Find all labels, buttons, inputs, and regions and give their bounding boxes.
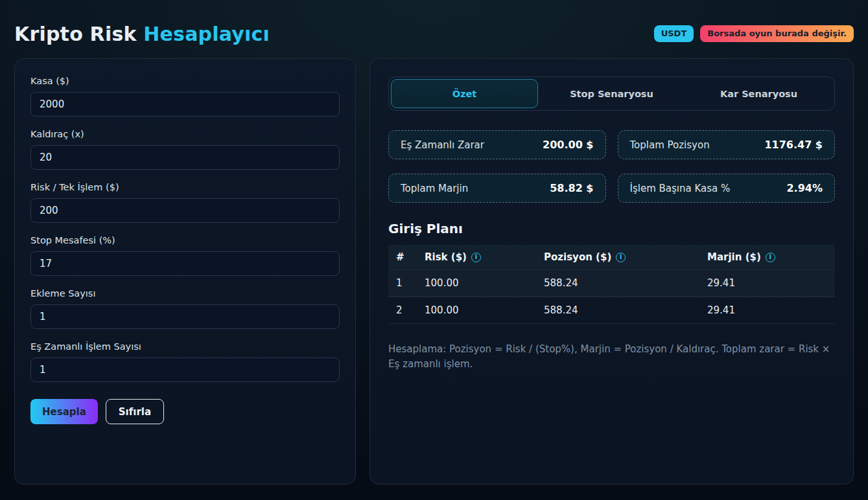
info-icon[interactable]: i [471,253,481,262]
crypto-risk-calculator-app: Kripto Risk Hesaplayıcı USDT Borsada oyu… [0,0,868,500]
info-icon[interactable]: i [766,253,775,262]
main-layout: Kasa ($) Kaldıraç (x) Risk / Tek İşlem (… [0,52,868,484]
stat-es-zamanli-zarar: Eş Zamanlı Zarar 200.00 $ [388,130,606,159]
column-header-risk: Risk ($) i [417,245,536,269]
kasa-input[interactable] [30,92,340,117]
es-zamanli-islem-label: Eş Zamanlı İşlem Sayısı [30,341,340,352]
column-header-margin: Marjin ($) i [699,245,835,269]
tab-kar-senaryosu[interactable]: Kar Senaryosu [685,79,832,108]
stat-label: Eş Zamanlı Zarar [401,139,484,151]
stat-toplam-marjin: Toplam Marjin 58.82 $ [388,174,606,203]
table-body: 1 100.00 588.24 29.41 2 100.00 588.24 29… [388,269,835,324]
cell-risk: 100.00 [417,270,536,296]
table-row: 2 100.00 588.24 29.41 [388,297,835,324]
entry-plan-table: # Risk ($) i Pozisyon ($) i [388,245,835,324]
cell-margin: 29.41 [699,270,835,296]
kasa-label: Kasa ($) [30,76,340,86]
cell-margin: 29.41 [699,297,835,323]
cell-index: 1 [388,270,417,296]
field-kasa: Kasa ($) [30,76,340,117]
es-zamanli-islem-input[interactable] [30,358,340,382]
field-kaldirac: Kaldıraç (x) [30,129,340,170]
stat-toplam-pozisyon: Toplam Pozisyon 1176.47 $ [618,130,836,159]
column-header-position: Pozisyon ($) i [536,245,699,269]
field-ekleme-sayisi: Ekleme Sayısı [30,288,340,329]
results-panel: Özet Stop Senaryosu Kar Senaryosu Eş Zam… [369,58,854,484]
input-form-panel: Kasa ($) Kaldıraç (x) Risk / Tek İşlem (… [14,58,356,484]
cell-position: 588.24 [536,297,699,323]
stats-grid: Eş Zamanlı Zarar 200.00 $ Toplam Pozisyo… [388,130,835,203]
slogan-badge: Borsada oyun burada değişir. [700,25,854,42]
page-title-primary: Kripto Risk [14,23,137,45]
kaldirac-label: Kaldıraç (x) [30,129,340,139]
stat-label: Toplam Pozisyon [630,139,710,151]
table-row: 1 100.00 588.24 29.41 [388,269,835,297]
ekleme-sayisi-input[interactable] [30,304,340,329]
form-buttons: Hesapla Sıfırla [30,399,340,424]
field-stop-mesafesi: Stop Mesafesi (%) [30,235,340,276]
stat-value: 200.00 $ [543,139,593,151]
column-header-risk-label: Risk ($) [425,251,467,263]
stat-label: Toplam Marjin [401,183,468,194]
column-header-margin-label: Marjin ($) [707,251,761,263]
results-tabs: Özet Stop Senaryosu Kar Senaryosu [388,76,835,111]
kaldirac-input[interactable] [30,145,340,170]
info-icon[interactable]: i [616,253,626,262]
topbar: Kripto Risk Hesaplayıcı USDT Borsada oyu… [0,0,868,52]
field-es-zamanli-islem: Eş Zamanlı İşlem Sayısı [30,341,340,382]
stop-mesafesi-input[interactable] [30,251,340,276]
stat-islem-basina-kasa: İşlem Başına Kasa % 2.94% [618,174,836,203]
stat-value: 58.82 $ [550,182,593,194]
entry-plan-title: Giriş Planı [388,221,835,236]
cell-index: 2 [388,297,417,323]
tab-ozet[interactable]: Özet [391,79,538,108]
table-header-row: # Risk ($) i Pozisyon ($) i [388,245,835,269]
risk-label: Risk / Tek İşlem ($) [30,182,340,192]
cell-position: 588.24 [536,270,699,296]
risk-input[interactable] [30,198,340,223]
ekleme-sayisi-label: Ekleme Sayısı [30,288,340,299]
reset-button[interactable]: Sıfırla [106,399,164,424]
tab-stop-senaryosu[interactable]: Stop Senaryosu [538,79,685,108]
column-header-index: # [388,245,417,269]
stat-value: 1176.47 $ [764,139,823,151]
field-risk: Risk / Tek İşlem ($) [30,182,340,223]
stat-value: 2.94% [786,182,823,194]
page-title-accent: Hesaplayıcı [143,23,270,45]
stat-label: İşlem Başına Kasa % [630,183,731,194]
currency-badge: USDT [654,25,694,42]
header-badges: USDT Borsada oyun burada değişir. [654,25,854,42]
calculate-button[interactable]: Hesapla [30,399,98,424]
calculation-footnote: Hesaplama: Pozisyon = Risk / (Stop%), Ma… [388,342,835,372]
cell-risk: 100.00 [417,297,536,323]
page-title: Kripto Risk Hesaplayıcı [14,23,270,45]
column-header-position-label: Pozisyon ($) [544,251,611,263]
stop-mesafesi-label: Stop Mesafesi (%) [30,235,340,245]
